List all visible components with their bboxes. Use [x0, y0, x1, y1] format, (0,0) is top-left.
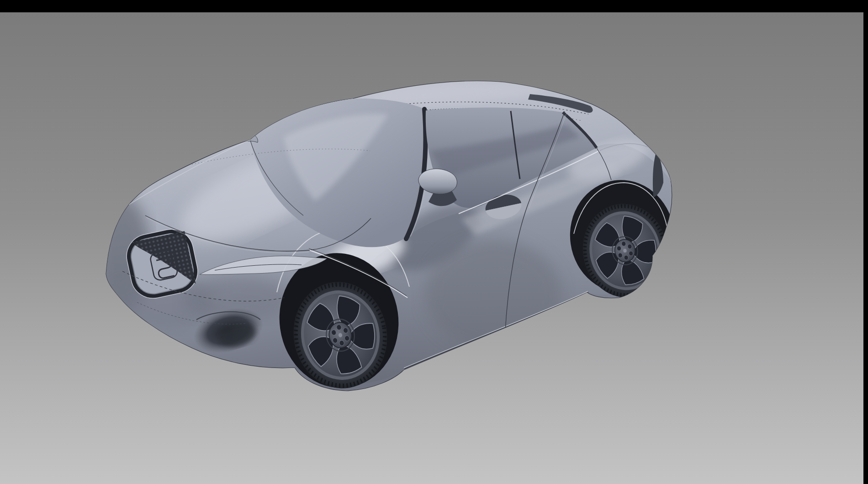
cad-viewport[interactable]: 3D CAD viewport - silver SEAT concept ha… — [0, 0, 868, 484]
right-letterbox-bar — [863, 0, 868, 484]
top-letterbox-bar — [0, 0, 868, 12]
viewport-screen: 3D CAD viewport - silver SEAT concept ha… — [0, 0, 868, 484]
